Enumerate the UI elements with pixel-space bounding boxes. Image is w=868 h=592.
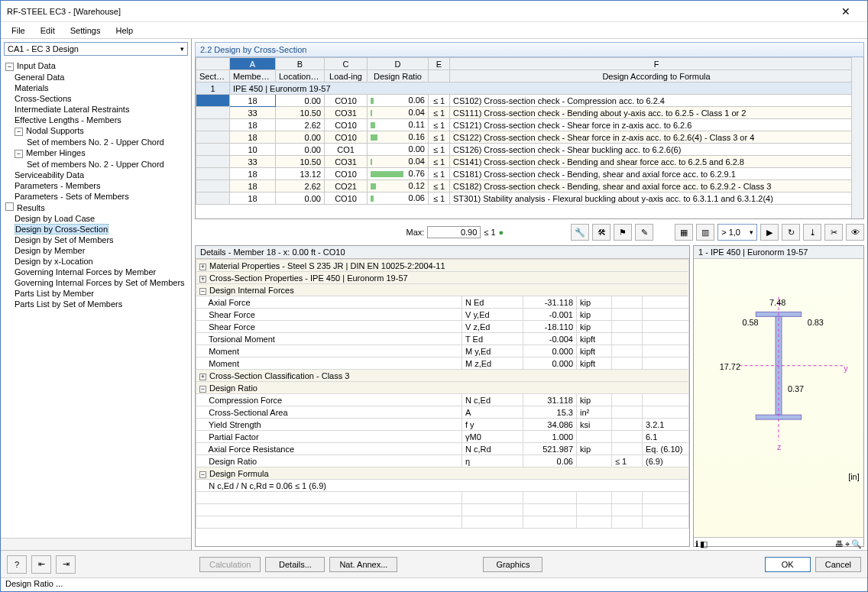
section-db-icon[interactable]: ◧ xyxy=(700,539,708,545)
table-row[interactable]: 3310.50CO310.04≤ 1CS141) Cross-section c… xyxy=(196,156,863,168)
tree-item[interactable]: −Input Data xyxy=(1,60,191,72)
table-row[interactable]: 182.62CO100.11≤ 1CS121) Cross-section ch… xyxy=(196,119,863,131)
max-value: 0.90 xyxy=(427,226,481,238)
svg-text:0.37: 0.37 xyxy=(788,384,804,393)
svg-text:17.72: 17.72 xyxy=(720,362,740,371)
table-row[interactable]: 100.00CO10.00≤ 1CS126) Cross-section che… xyxy=(196,144,863,156)
tree-item[interactable]: Design by Set of Members xyxy=(1,235,191,245)
navigator-pane: CA1 - EC 3 Design ▾ −Input DataGeneral D… xyxy=(1,39,192,550)
next-icon[interactable]: ⇥ xyxy=(56,555,76,574)
tree-item[interactable]: Parts List by Set of Members xyxy=(1,299,191,309)
tree-item[interactable]: −Member Hinges xyxy=(1,147,191,159)
tree-item[interactable]: Set of members No. 2 - Upper Chord xyxy=(1,137,191,147)
tree-item[interactable]: Design by Cross-Section xyxy=(1,224,191,235)
axes-icon[interactable]: ⌖ xyxy=(845,539,850,545)
print-icon[interactable]: 🖶 xyxy=(835,539,844,545)
svg-text:0.83: 0.83 xyxy=(808,318,824,327)
status-bar: Design Ratio ... xyxy=(1,577,867,591)
tree-item[interactable]: Design by Load Case xyxy=(1,213,191,224)
tree-item[interactable]: Parts List by Member xyxy=(1,288,191,299)
menu-edit[interactable]: Edit xyxy=(34,24,61,37)
svg-text:7.48: 7.48 xyxy=(769,298,785,307)
view-icon-1[interactable]: ▦ xyxy=(675,224,693,241)
tool-icon-1[interactable]: 🔧 xyxy=(571,224,589,241)
grid-vscroll[interactable] xyxy=(851,57,863,218)
menubar: File Edit Settings Help xyxy=(1,22,867,39)
preview-title: 1 - IPE 450 | Euronorm 19-57 xyxy=(694,246,863,259)
dialog-footer: ? ⇤ ⇥ Calculation Details... Nat. Annex.… xyxy=(1,550,867,577)
ok-icon: ● xyxy=(499,228,504,237)
tree-item[interactable]: General Data xyxy=(1,72,191,82)
chevron-down-icon: ▾ xyxy=(750,228,753,236)
tool-icon-2[interactable]: 🛠 xyxy=(592,224,611,241)
panel-title: 2.2 Design by Cross-Section xyxy=(195,42,864,57)
filter-combo[interactable]: > 1,0▾ xyxy=(717,224,757,241)
tree-item[interactable]: Design by x-Location xyxy=(1,256,191,267)
tree-item[interactable]: Parameters - Sets of Members xyxy=(1,191,191,202)
menu-settings[interactable]: Settings xyxy=(64,24,107,37)
tree-item[interactable]: Governing Internal Forces by Member xyxy=(1,267,191,277)
tree-item[interactable]: Materials xyxy=(1,82,191,93)
case-combo[interactable]: CA1 - EC 3 Design ▾ xyxy=(4,42,188,56)
table-row[interactable]: 180.00CO100.06≤ 1ST301) Stability analys… xyxy=(196,192,863,205)
preview-canvas[interactable]: y z 7.48 17.72 0.58 0.83 0.37 [in] xyxy=(694,259,863,537)
tree-item[interactable]: Governing Internal Forces by Set of Memb… xyxy=(1,277,191,288)
menu-file[interactable]: File xyxy=(5,24,31,37)
details-header: Details - Member 18 - x: 0.00 ft - CO10 xyxy=(196,246,689,259)
info-icon[interactable]: ℹ xyxy=(695,539,698,545)
graphics-button[interactable]: Graphics xyxy=(483,557,542,572)
ok-button[interactable]: OK xyxy=(765,557,811,572)
max-cond: ≤ 1 xyxy=(484,228,495,237)
table-row[interactable]: 1813.12CO100.76≤ 1CS181) Cross-section c… xyxy=(196,168,863,180)
tree-item[interactable]: Design by Member xyxy=(1,245,191,256)
svg-text:z: z xyxy=(777,442,782,451)
prev-icon[interactable]: ⇤ xyxy=(31,555,51,574)
menu-help[interactable]: Help xyxy=(109,24,139,37)
window-title: RF-STEEL EC3 - [Warehouse] xyxy=(7,7,831,16)
tool-icon-3[interactable]: ⚑ xyxy=(614,224,632,241)
svg-text:y: y xyxy=(844,364,848,373)
tool-icon-4[interactable]: ✎ xyxy=(635,224,653,241)
max-label: Max: xyxy=(406,228,425,237)
action-icon-3[interactable]: ✂ xyxy=(824,224,843,241)
tree-item[interactable]: Set of members No. 2 - Upper Chord xyxy=(1,159,191,170)
table-row[interactable]: 180.00CO100.06≤ 1CS102) Cross-section ch… xyxy=(196,95,863,107)
tree-item[interactable]: Effective Lengths - Members xyxy=(1,115,191,125)
tree-item[interactable]: Cross-Sections xyxy=(1,93,191,104)
chevron-down-icon: ▾ xyxy=(180,45,184,53)
tree-item[interactable]: Intermediate Lateral Restraints xyxy=(1,104,191,115)
tree-item[interactable]: Serviceability Data xyxy=(1,170,191,180)
view-icon-2[interactable]: ▥ xyxy=(696,224,714,241)
nav-tree[interactable]: −Input DataGeneral DataMaterialsCross-Se… xyxy=(1,59,191,538)
table-row[interactable]: 180.00CO100.16≤ 1CS122) Cross-section ch… xyxy=(196,131,863,144)
table-row[interactable]: 182.62CO210.12≤ 1CS182) Cross-section ch… xyxy=(196,180,863,192)
details-panel: Details - Member 18 - x: 0.00 ft - CO10 … xyxy=(195,245,690,547)
export-icon[interactable]: ⤓ xyxy=(803,224,821,241)
details-button[interactable]: Details... xyxy=(265,557,325,572)
calculation-button[interactable]: Calculation xyxy=(199,557,261,572)
help-icon[interactable]: ? xyxy=(7,555,27,574)
tree-item[interactable]: −Nodal Supports xyxy=(1,125,191,137)
cancel-button[interactable]: Cancel xyxy=(815,557,861,572)
svg-text:[in]: [in] xyxy=(848,472,860,481)
tree-scrollbar[interactable] xyxy=(1,538,191,550)
action-icon-2[interactable]: ↻ xyxy=(782,224,800,241)
titlebar: RF-STEEL EC3 - [Warehouse] ✕ xyxy=(1,1,867,22)
close-icon[interactable]: ✕ xyxy=(831,5,861,18)
section-preview: 1 - IPE 450 | Euronorm 19-57 y xyxy=(693,245,864,547)
results-toolbar: Max: 0.90 ≤ 1 ● 🔧 🛠 ⚑ ✎ ▦ ▥ > 1,0▾ ▶ ↻ ⤓… xyxy=(195,222,864,242)
case-combo-value: CA1 - EC 3 Design xyxy=(8,44,79,53)
table-row[interactable]: 3310.50CO310.04≤ 1CS111) Cross-section c… xyxy=(196,107,863,119)
results-grid[interactable]: ABCDEF Section No.Member No.Location x [… xyxy=(195,57,864,219)
eye-icon[interactable]: 👁 xyxy=(846,224,864,241)
action-icon-1[interactable]: ▶ xyxy=(760,224,779,241)
tree-item[interactable]: Parameters - Members xyxy=(1,180,191,191)
svg-text:0.58: 0.58 xyxy=(742,318,758,327)
tree-item[interactable]: Results xyxy=(1,202,191,213)
zoom-icon[interactable]: 🔍 xyxy=(851,539,862,545)
nat-annex-button[interactable]: Nat. Annex... xyxy=(329,557,397,572)
